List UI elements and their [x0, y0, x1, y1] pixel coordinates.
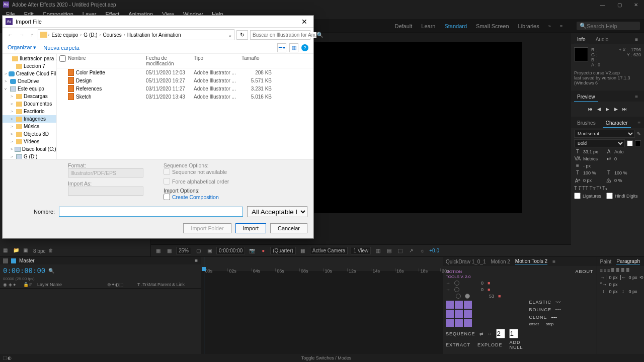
- radio-icon[interactable]: [456, 294, 461, 299]
- panel-menu-icon[interactable]: ≡: [552, 259, 555, 264]
- last-frame-icon[interactable]: ⏭: [621, 106, 628, 113]
- tab-quickdraw[interactable]: QuickDraw 1_0_1: [446, 259, 486, 264]
- col-header-size[interactable]: Tamaño: [242, 55, 272, 66]
- arrow-right-icon[interactable]: →: [446, 281, 450, 286]
- col-header-type[interactable]: Tipo: [194, 55, 242, 66]
- exposure-icon[interactable]: ☼: [418, 247, 426, 255]
- tree-item[interactable]: >OneDrive: [3, 77, 56, 85]
- roi-icon[interactable]: ▣: [205, 247, 213, 255]
- channel-icon[interactable]: ●: [259, 247, 267, 255]
- tree-item[interactable]: >Imágenes: [3, 115, 56, 123]
- interpret-icon[interactable]: ▦: [3, 247, 10, 254]
- workspace-menu-icon[interactable]: ≡: [560, 24, 562, 29]
- tree-item[interactable]: >Creative Cloud Fil: [3, 70, 56, 77]
- tab-motion2[interactable]: Motion 2: [491, 259, 510, 264]
- tab-brushes[interactable]: Brushes: [574, 119, 599, 128]
- camera-select[interactable]: Active Camera: [310, 247, 348, 254]
- seq-icon[interactable]: ↔: [488, 331, 492, 336]
- fill-swatch[interactable]: [627, 140, 633, 146]
- baseline-value[interactable]: 0 px: [583, 178, 603, 183]
- ligatures-checkbox[interactable]: [574, 193, 581, 199]
- direction-icon[interactable]: ⟲: [639, 275, 643, 280]
- select-all-checkbox[interactable]: [59, 55, 66, 62]
- panel-menu-icon[interactable]: ≡: [635, 119, 644, 128]
- nav-up-icon[interactable]: ↑: [29, 31, 36, 39]
- zoom-select[interactable]: 25%: [176, 247, 191, 254]
- col-header-date[interactable]: Fecha de modificación: [146, 55, 194, 66]
- seq-icon[interactable]: ⇄: [479, 331, 484, 336]
- frame-blend-icon[interactable]: ◐: [8, 355, 12, 360]
- tab-preview[interactable]: Preview: [574, 93, 598, 102]
- explode-button[interactable]: EXPLODE: [477, 342, 503, 347]
- view-select[interactable]: 1 View: [351, 247, 371, 254]
- quality-select[interactable]: (Quarter): [270, 247, 296, 254]
- tab-audio[interactable]: Audio: [593, 35, 612, 44]
- toggle-switches-button[interactable]: Toggle Switches / Modes: [301, 355, 352, 360]
- next-frame-icon[interactable]: ▶: [613, 106, 620, 113]
- workspace-tab[interactable]: Default: [394, 23, 412, 29]
- new-comp-icon[interactable]: ▣: [23, 247, 30, 254]
- arrow-right-icon[interactable]: →: [446, 287, 450, 292]
- hindi-checkbox[interactable]: [606, 193, 613, 199]
- transparency-icon[interactable]: ▦: [299, 247, 307, 255]
- viewer-timecode[interactable]: 0:00:00:00: [216, 247, 245, 254]
- tree-item[interactable]: >Escritorio: [3, 108, 56, 115]
- addnull-button[interactable]: ADD NULL: [510, 340, 523, 350]
- snapshot-icon[interactable]: 📷: [248, 247, 256, 255]
- playhead[interactable]: [204, 257, 204, 362]
- tab-paint[interactable]: Paint: [600, 259, 612, 264]
- tab-paragraph[interactable]: Paragraph: [616, 258, 640, 264]
- hscale-value[interactable]: 100 %: [614, 170, 634, 175]
- tree-item[interactable]: >Disco local (C:): [3, 145, 56, 153]
- tree-item[interactable]: vEste equipo: [3, 85, 56, 93]
- col-header-name[interactable]: Nombre: [68, 55, 146, 66]
- workspace-tab[interactable]: Learn: [421, 23, 435, 29]
- close-window-button[interactable]: ✕: [631, 2, 641, 8]
- tab-character[interactable]: Character: [603, 119, 631, 128]
- superscript-button[interactable]: T¹: [597, 186, 601, 191]
- file-row[interactable]: Sketch03/11/2020 13:43Adobe Illustrator …: [57, 93, 313, 101]
- dropdown-icon[interactable]: ⌄: [228, 32, 232, 38]
- tree-item[interactable]: Ilustracion para ...: [3, 55, 56, 62]
- trash-icon[interactable]: 🗑: [48, 247, 55, 254]
- workspace-overflow-icon[interactable]: »: [548, 24, 551, 29]
- mask-icon[interactable]: ▦: [154, 247, 162, 255]
- align-center-icon[interactable]: ≡: [604, 268, 606, 273]
- italic-button[interactable]: T: [578, 186, 581, 191]
- extract-button[interactable]: EXTRACT: [446, 342, 470, 347]
- tree-item[interactable]: >Objetos 3D: [3, 130, 56, 138]
- filename-input[interactable]: [59, 207, 243, 217]
- import-folder-button[interactable]: Import Folder: [183, 223, 231, 233]
- bold-button[interactable]: T: [574, 186, 577, 191]
- font-style-select[interactable]: Bold: [574, 139, 625, 147]
- radio-icon[interactable]: [465, 294, 470, 299]
- tree-item[interactable]: >Descargas: [3, 93, 56, 100]
- subscript-button[interactable]: T₁: [602, 186, 607, 191]
- radio-icon[interactable]: [454, 281, 459, 286]
- tracking-value[interactable]: 0: [614, 156, 634, 161]
- stroke-swatch[interactable]: [635, 140, 641, 146]
- pixel-aspect-icon[interactable]: ▥: [374, 247, 382, 255]
- panel-menu-icon[interactable]: ≡: [632, 35, 641, 44]
- smallcaps-button[interactable]: Tᴛ: [589, 186, 595, 191]
- share-icon[interactable]: ↗: [407, 247, 415, 255]
- queue-icon[interactable]: [3, 258, 8, 263]
- font-select[interactable]: Montserrat: [574, 130, 635, 138]
- minimize-button[interactable]: —: [597, 2, 608, 8]
- maximize-button[interactable]: ▢: [614, 2, 625, 8]
- cancel-button[interactable]: Cancelar: [270, 223, 307, 233]
- help-search-input[interactable]: [587, 23, 637, 29]
- remove-icon[interactable]: ■: [498, 294, 501, 299]
- view-mode-icon[interactable]: ☰▾: [277, 43, 286, 52]
- preview-pane-icon[interactable]: ▥: [289, 43, 298, 52]
- about-label[interactable]: ABOUT: [529, 269, 594, 274]
- tree-item[interactable]: >Música: [3, 123, 56, 130]
- dialog-close-button[interactable]: ✕: [298, 18, 310, 26]
- remove-icon[interactable]: ■: [488, 287, 490, 292]
- seq-input-a[interactable]: [496, 329, 505, 338]
- fast-preview-icon[interactable]: ▤: [385, 247, 393, 255]
- new-folder-button[interactable]: Nueva carpeta: [43, 45, 79, 51]
- grid-icon[interactable]: ▦: [165, 247, 173, 255]
- anchor-grid[interactable]: [446, 301, 523, 327]
- help-search[interactable]: 🔍: [577, 22, 640, 30]
